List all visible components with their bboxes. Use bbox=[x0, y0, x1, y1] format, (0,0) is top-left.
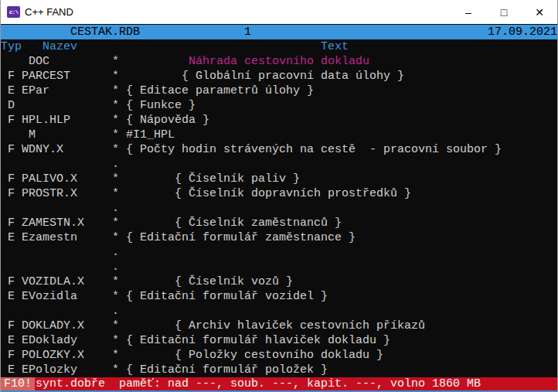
minimize-button[interactable]: – bbox=[451, 0, 486, 24]
cell-mark: . bbox=[112, 201, 119, 216]
cell-mark: * bbox=[112, 172, 119, 186]
cell-nazev: PARCEST bbox=[22, 69, 70, 84]
title-bar: c:\ C++ FAND – □ ✕ bbox=[1, 0, 557, 24]
cell-nazev: DOKLADY.X bbox=[22, 319, 84, 333]
table-row[interactable]: DOC*Náhrada cestovního dokladu bbox=[1, 54, 557, 69]
cell-nazev: EPar bbox=[22, 84, 49, 98]
cell-text: { Položky cestovního dokladu } bbox=[175, 348, 383, 363]
cell-text: { Číselník vozů } bbox=[175, 274, 293, 289]
table-row[interactable]: EEzamestn*{ Editační formulář zaměstnanc… bbox=[1, 230, 557, 245]
cell-nazev: DOC bbox=[29, 54, 49, 69]
cell-text: { Číselník dopravních prostředků } bbox=[175, 186, 411, 201]
table-row[interactable]: FPOLOZKY.X*{ Položky cestovního dokladu … bbox=[1, 348, 557, 363]
table-row[interactable]: EEPolozky*{ Editační formulář položek } bbox=[1, 363, 557, 377]
cell-nazev: PALIVO.X bbox=[22, 172, 77, 186]
table-row[interactable]: EEPar*{ Editace parametrů úlohy } bbox=[1, 84, 557, 98]
cell-typ: F bbox=[8, 348, 15, 363]
cell-text: Náhrada cestovního dokladu bbox=[189, 54, 369, 69]
table-row[interactable]: D*{ Funkce } bbox=[1, 98, 557, 113]
cell-text: { Editační formulář hlaviček dokladu } bbox=[126, 333, 390, 348]
file-header-bar: CESTAK.RDB 1 17.09.2021 bbox=[1, 25, 557, 39]
cell-text: { Editační formulář zaměstnance } bbox=[126, 230, 356, 245]
cell-typ: F bbox=[8, 216, 15, 230]
cell-mark: * bbox=[112, 230, 119, 245]
close-button[interactable]: ✕ bbox=[522, 0, 557, 24]
cell-nazev: PROSTR.X bbox=[22, 186, 77, 201]
cell-typ: F bbox=[8, 274, 15, 289]
cell-text: { Nápověda } bbox=[126, 113, 209, 128]
table-row[interactable]: FHPL.HLP*{ Nápověda } bbox=[1, 113, 557, 128]
continuation-row[interactable]: . bbox=[1, 157, 557, 172]
continuation-row[interactable]: . bbox=[1, 260, 557, 274]
cell-text: { Globální pracovní data úlohy } bbox=[182, 69, 404, 84]
cell-mark: * bbox=[112, 289, 119, 304]
table-row[interactable]: FPROSTR.X*{ Číselník dopravních prostřed… bbox=[1, 186, 557, 201]
cell-typ: F bbox=[8, 113, 15, 128]
cell-typ: E bbox=[8, 289, 15, 304]
cell-mark: * bbox=[112, 216, 119, 230]
column-header-text: Text bbox=[321, 39, 349, 54]
table-row[interactable]: FDOKLADY.X*{ Archiv hlaviček cestovních … bbox=[1, 319, 557, 333]
cell-mark: * bbox=[112, 98, 119, 113]
cell-mark: * bbox=[112, 128, 119, 142]
cell-nazev: Ezamestn bbox=[22, 230, 77, 245]
cell-mark: . bbox=[112, 304, 119, 319]
cell-text: { Počty hodin strávených na cestě - prac… bbox=[126, 142, 502, 157]
continuation-row[interactable]: . bbox=[1, 245, 557, 260]
cell-text: { Archiv hlaviček cestovních příkazů bbox=[175, 319, 425, 333]
cell-text: { Editace parametrů úlohy } bbox=[126, 84, 314, 98]
maximize-button[interactable]: □ bbox=[486, 0, 522, 24]
cell-typ: E bbox=[8, 333, 15, 348]
cell-text: { Funkce } bbox=[126, 98, 196, 113]
cell-typ: E bbox=[8, 84, 15, 98]
cell-typ: F bbox=[8, 319, 15, 333]
cell-text: #I1_HPL bbox=[126, 128, 175, 142]
cell-typ: F bbox=[8, 142, 15, 157]
file-name: CESTAK.RDB bbox=[70, 25, 140, 39]
cell-mark: * bbox=[112, 319, 119, 333]
cell-nazev: HPL.HLP bbox=[22, 113, 70, 128]
cell-nazev: EVozidla bbox=[22, 289, 77, 304]
cell-typ: F bbox=[8, 69, 15, 84]
cell-mark: * bbox=[112, 142, 119, 157]
cell-mark: * bbox=[112, 113, 119, 128]
cell-mark: * bbox=[112, 69, 119, 84]
cell-nazev: M bbox=[29, 128, 36, 142]
cell-typ: E bbox=[8, 363, 15, 377]
cell-nazev: VOZIDLA.X bbox=[22, 274, 84, 289]
table-row[interactable]: M*#I1_HPL bbox=[1, 128, 557, 142]
table-row[interactable]: FPARCEST*{ Globální pracovní data úlohy … bbox=[1, 69, 557, 84]
f10-key-hint: F10! bbox=[1, 377, 35, 390]
table-row[interactable]: EEDoklady*{ Editační formulář hlaviček d… bbox=[1, 333, 557, 348]
window-title: C++ FAND bbox=[25, 6, 73, 18]
cell-nazev: WDNY.X bbox=[22, 142, 63, 157]
cell-text: { Číselník zaměstnanců } bbox=[175, 216, 342, 230]
cell-typ: F bbox=[8, 172, 15, 186]
cell-mark: * bbox=[112, 186, 119, 201]
console-icon: c:\ bbox=[7, 6, 20, 18]
cell-text: { Editační formulář položek } bbox=[126, 363, 328, 377]
cell-typ: D bbox=[8, 98, 15, 113]
column-header-row: Typ Nazev Text bbox=[1, 39, 557, 54]
table-row[interactable]: EEVozidla*{ Editační formulář vozidel } bbox=[1, 289, 557, 304]
status-bar: F10! synt.dobře paměť: nad ---, soub. --… bbox=[1, 377, 557, 390]
record-counter: 1 bbox=[244, 25, 251, 39]
table-row[interactable]: FZAMESTN.X*{ Číselník zaměstnanců } bbox=[1, 216, 557, 230]
cell-typ: E bbox=[8, 230, 15, 245]
table-row[interactable]: FPALIVO.X*{ Číselník paliv } bbox=[1, 172, 557, 186]
cell-mark: * bbox=[112, 363, 119, 377]
continuation-row[interactable]: . bbox=[1, 201, 557, 216]
table-body: DOC*Náhrada cestovního dokladuFPARCEST*{… bbox=[1, 54, 557, 377]
column-header-typ: Typ bbox=[1, 39, 22, 54]
table-row[interactable]: FWDNY.X*{ Počty hodin strávených na cest… bbox=[1, 142, 557, 157]
continuation-row[interactable]: . bbox=[1, 304, 557, 319]
cell-mark: * bbox=[112, 84, 119, 98]
table-row[interactable]: FVOZIDLA.X*{ Číselník vozů } bbox=[1, 274, 557, 289]
app-window: c:\ C++ FAND – □ ✕ CESTAK.RDB 1 17.09.20… bbox=[0, 0, 558, 392]
terminal-screen: CESTAK.RDB 1 17.09.2021 Typ Nazev Text D… bbox=[1, 24, 557, 377]
status-message: synt.dobře paměť: nad ---, soub. ---, ka… bbox=[36, 377, 481, 390]
cell-mark: . bbox=[112, 245, 119, 260]
cell-nazev: EPolozky bbox=[22, 363, 77, 377]
column-header-nazev: Nazev bbox=[43, 39, 77, 54]
cell-mark: * bbox=[112, 333, 119, 348]
